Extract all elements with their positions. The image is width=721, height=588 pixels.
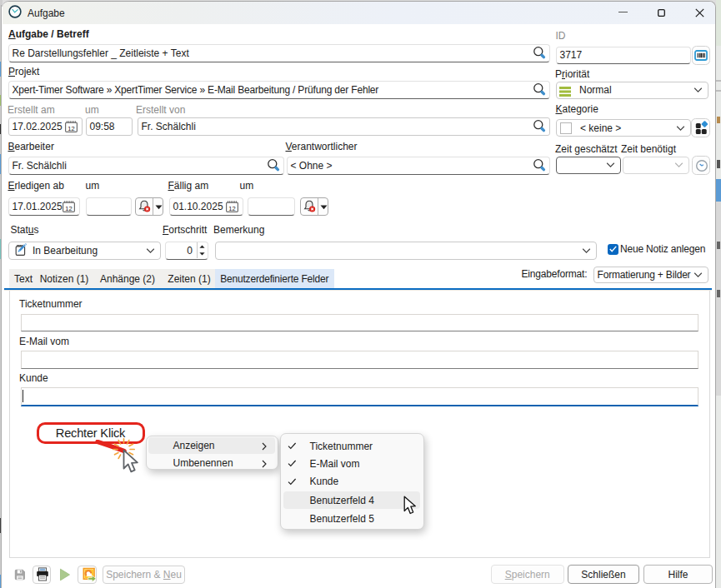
svg-text:12: 12 — [68, 124, 74, 132]
svg-text:12: 12 — [228, 204, 235, 212]
svg-text:12: 12 — [65, 204, 72, 212]
